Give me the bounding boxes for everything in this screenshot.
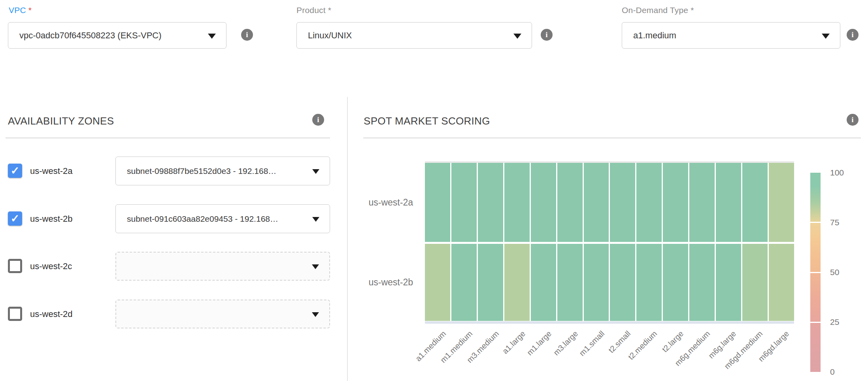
chevron-down-icon: [513, 34, 521, 39]
product-info-icon[interactable]: i: [541, 29, 553, 41]
chevron-down-icon: [822, 34, 830, 39]
product-select[interactable]: Linux/UNIX: [296, 22, 532, 49]
heatmap-cell-us-west-2b-m3.medium[interactable]: [478, 244, 503, 321]
heatmap-row-label: us-west-2b: [348, 276, 413, 288]
subnet-select-us-west-2b[interactable]: subnet-091c603aa82e09453 - 192.168…: [115, 204, 330, 233]
section-divider: [363, 138, 861, 138]
zone-row: us-west-2d: [6, 300, 330, 328]
heatmap-col-label: a1.large: [476, 329, 527, 380]
heatmap-col-label: m3.medium: [449, 329, 501, 380]
vpc-info-icon[interactable]: i: [241, 29, 253, 41]
heatmap-cell-us-west-2a-a1.medium[interactable]: [425, 163, 450, 242]
heatmap-cell-us-west-2a-t2.large[interactable]: [663, 163, 688, 242]
spot-market-scoring-title: SPOT MARKET SCORING: [364, 115, 490, 127]
heatmap-col-label: m6g.medium: [660, 329, 711, 380]
heatmap-cell-us-west-2a-m6g.medium[interactable]: [689, 163, 715, 242]
heatmap-col-label: a1.medium: [396, 329, 448, 380]
colorbar-tick-label: 75: [830, 218, 839, 227]
heatmap-cell-us-west-2a-a1.large[interactable]: [504, 163, 530, 242]
heatmap-cell-us-west-2a-m6gd.medium[interactable]: [742, 163, 768, 242]
zone-checkbox-us-west-2b[interactable]: ✓: [8, 211, 22, 226]
heatmap-col-label: t2.medium: [608, 329, 659, 380]
heatmap-col-label: m1.small: [555, 329, 606, 380]
heatmap-row: [425, 163, 794, 242]
heatmap-cell-us-west-2b-m6gd.medium[interactable]: [742, 244, 768, 321]
required-asterisk: *: [691, 6, 694, 15]
required-asterisk: *: [328, 6, 331, 15]
zone-row: ✓us-west-2bsubnet-091c603aa82e09453 - 19…: [6, 204, 330, 233]
heatmap-cell-us-west-2a-m3.large[interactable]: [557, 163, 583, 242]
availability-zones-title: AVAILABILITY ZONES: [8, 115, 114, 127]
heatmap-colorbar: [810, 173, 821, 372]
product-label: Product*: [296, 6, 331, 15]
heatmap-cell-us-west-2b-a1.medium[interactable]: [425, 244, 450, 321]
zone-label: us-west-2b: [30, 204, 73, 233]
heatmap-cell-us-west-2b-m3.large[interactable]: [557, 244, 583, 321]
chevron-down-icon: [312, 217, 319, 222]
heatmap-cell-us-west-2a-t2.medium[interactable]: [636, 163, 662, 242]
heatmap-axis-line: [425, 321, 794, 324]
colorbar-segment: [810, 323, 821, 372]
heatmap-row-label: us-west-2a: [348, 196, 413, 208]
zone-row: ✓us-west-2asubnet-09888f7be5152d0e3 - 19…: [6, 157, 330, 185]
heatmap-cell-us-west-2a-m3.medium[interactable]: [478, 163, 503, 242]
heatmap-cell-us-west-2b-m6gd.large[interactable]: [769, 244, 794, 321]
section-divider: [6, 138, 330, 138]
heatmap-cell-us-west-2a-m1.small[interactable]: [584, 163, 609, 242]
colorbar-segment: [810, 223, 821, 272]
spot-market-heatmap: [425, 161, 794, 323]
heatmap-cell-us-west-2b-t2.medium[interactable]: [636, 244, 662, 321]
vertical-divider: [347, 97, 348, 381]
colorbar-segment: [810, 173, 821, 222]
required-asterisk: *: [28, 6, 32, 15]
chevron-down-icon: [312, 169, 319, 174]
heatmap-col-label: t2.small: [581, 329, 632, 380]
heatmap-col-label: m3.large: [528, 329, 580, 380]
heatmap-cell-us-west-2a-t2.small[interactable]: [610, 163, 635, 242]
heatmap-col-label: m1.medium: [423, 329, 474, 380]
heatmap-cell-us-west-2b-m1.medium[interactable]: [451, 244, 477, 321]
subnet-value: subnet-091c603aa82e09453 - 192.168…: [127, 214, 278, 224]
zone-label: us-west-2c: [30, 252, 72, 281]
heatmap-cell-us-west-2b-t2.large[interactable]: [663, 244, 688, 321]
vpc-label: VPC*: [9, 6, 32, 15]
on-demand-type-info-icon[interactable]: i: [847, 29, 859, 41]
subnet-select-us-west-2c: [115, 252, 330, 281]
heatmap-cell-us-west-2b-t2.small[interactable]: [610, 244, 635, 321]
availability-zones-info-icon[interactable]: i: [312, 114, 324, 126]
subnet-value: subnet-09888f7be5152d0e3 - 192.168…: [127, 166, 276, 176]
heatmap-cell-us-west-2b-m1.large[interactable]: [531, 244, 556, 321]
heatmap-col-label: m6gd.large: [740, 329, 791, 380]
heatmap-cell-us-west-2b-a1.large[interactable]: [504, 244, 530, 321]
heatmap-cell-us-west-2b-m6g.medium[interactable]: [689, 244, 715, 321]
chevron-down-icon: [208, 34, 216, 39]
colorbar-segment: [810, 273, 821, 322]
heatmap-cell-us-west-2b-m6g.large[interactable]: [716, 244, 741, 321]
zone-checkbox-us-west-2a[interactable]: ✓: [8, 164, 22, 178]
heatmap-col-label: m1.large: [502, 329, 553, 380]
vpc-select[interactable]: vpc-0adcb70f645508223 (EKS-VPC): [8, 22, 226, 49]
heatmap-cell-us-west-2a-m1.medium[interactable]: [451, 163, 477, 242]
subnet-select-us-west-2d: [115, 300, 330, 328]
zone-label: us-west-2d: [30, 300, 73, 328]
colorbar-tick-label: 100: [830, 168, 844, 177]
spot-market-scoring-info-icon[interactable]: i: [847, 114, 859, 126]
on-demand-type-select[interactable]: a1.medium: [622, 22, 840, 49]
zone-checkbox-us-west-2c[interactable]: [8, 259, 22, 273]
heatmap-col-label: m6g.large: [687, 329, 738, 380]
on-demand-type-label: On-Demand Type*: [622, 6, 694, 15]
heatmap-cell-us-west-2a-m6g.large[interactable]: [716, 163, 741, 242]
chevron-down-icon: [312, 312, 319, 317]
zone-label: us-west-2a: [30, 157, 73, 185]
heatmap-col-label: t2.large: [634, 329, 685, 380]
colorbar-tick-label: 50: [830, 268, 839, 277]
heatmap-cell-us-west-2a-m6gd.large[interactable]: [769, 163, 794, 242]
chevron-down-icon: [312, 264, 319, 269]
zone-checkbox-us-west-2d[interactable]: [8, 307, 22, 321]
subnet-select-us-west-2a[interactable]: subnet-09888f7be5152d0e3 - 192.168…: [115, 157, 330, 185]
heatmap-cell-us-west-2b-m1.small[interactable]: [584, 244, 609, 321]
heatmap-cell-us-west-2a-m1.large[interactable]: [531, 163, 556, 242]
heatmap-row: [425, 244, 794, 321]
colorbar-tick-label: 25: [830, 317, 839, 327]
heatmap-col-label: m6gd.medium: [713, 329, 764, 380]
